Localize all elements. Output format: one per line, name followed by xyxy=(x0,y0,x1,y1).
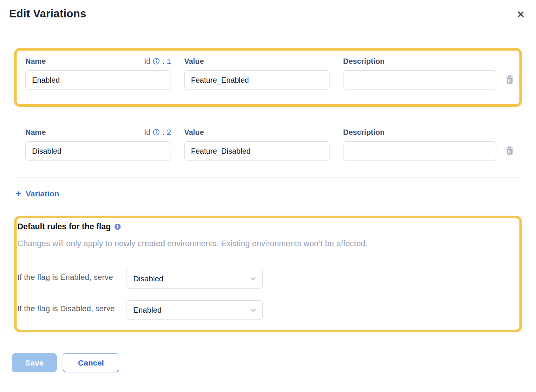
chevron-down-icon xyxy=(250,307,257,313)
name-label: Name xyxy=(25,128,46,137)
value-label: Value xyxy=(184,128,204,137)
variation-value-input[interactable] xyxy=(184,141,330,161)
info-icon[interactable] xyxy=(152,128,160,136)
value-column: Value xyxy=(184,57,330,90)
trash-icon[interactable] xyxy=(504,145,516,157)
id-label: Id xyxy=(144,57,151,66)
description-column: Description xyxy=(343,57,496,90)
add-variation-label: Variation xyxy=(26,189,59,198)
default-rules-note: Changes will only apply to newly created… xyxy=(17,239,512,248)
cancel-button[interactable]: Cancel xyxy=(63,353,119,372)
name-label: Name xyxy=(25,57,46,66)
close-icon[interactable]: ✕ xyxy=(515,8,526,21)
rule-label: If the flag is Disabled, serve xyxy=(17,300,126,314)
name-column: Name Id : 1 xyxy=(25,57,171,90)
chevron-down-icon xyxy=(250,275,257,282)
value-label: Value xyxy=(184,57,204,66)
id-label: Id xyxy=(144,128,151,137)
plus-icon: + xyxy=(16,189,21,198)
rule-row-disabled: If the flag is Disabled, serve Enabled xyxy=(17,300,512,320)
select-value: Disabled xyxy=(133,274,163,283)
info-icon[interactable] xyxy=(152,57,160,65)
default-rules-title: Default rules for the flag xyxy=(17,222,111,231)
rule-row-enabled: If the flag is Enabled, serve Disabled xyxy=(17,269,512,289)
select-value: Enabled xyxy=(133,306,162,315)
id-value: 1 xyxy=(167,57,171,66)
variation-card-2: Name Id : 2 Value xyxy=(14,119,522,178)
dialog-footer: Save Cancel xyxy=(12,353,536,372)
serve-select-disabled[interactable]: Enabled xyxy=(126,300,263,320)
variation-name-input[interactable] xyxy=(25,141,171,161)
description-label: Description xyxy=(343,128,385,137)
value-column: Value xyxy=(184,128,330,161)
serve-select-enabled[interactable]: Disabled xyxy=(126,269,263,289)
id-separator: : xyxy=(162,128,165,137)
variation-id-badge: Id : 1 xyxy=(144,57,171,66)
trash-icon[interactable] xyxy=(504,74,516,86)
variation-name-input[interactable] xyxy=(25,70,171,90)
dialog-header: Edit Variations ✕ xyxy=(0,0,536,22)
add-variation-button[interactable]: + Variation xyxy=(16,189,59,198)
variation-card-1: Name Id : 1 Value xyxy=(14,48,522,107)
rule-label: If the flag is Enabled, serve xyxy=(17,269,126,283)
variation-value-input[interactable] xyxy=(184,70,330,90)
name-column: Name Id : 2 xyxy=(25,128,171,161)
id-separator: : xyxy=(162,57,165,66)
save-button[interactable]: Save xyxy=(12,353,57,372)
edit-variations-dialog: Edit Variations ✕ Name Id : 1 xyxy=(0,0,536,372)
variation-id-badge: Id : 2 xyxy=(144,128,171,137)
description-label: Description xyxy=(343,57,385,66)
id-value: 2 xyxy=(167,128,171,137)
variation-description-input[interactable] xyxy=(343,141,496,161)
default-rules-section: Default rules for the flag Changes will … xyxy=(14,216,522,332)
variation-description-input[interactable] xyxy=(343,70,496,90)
page-title: Edit Variations xyxy=(9,8,86,20)
info-filled-icon[interactable] xyxy=(114,223,121,230)
description-column: Description xyxy=(343,128,496,161)
